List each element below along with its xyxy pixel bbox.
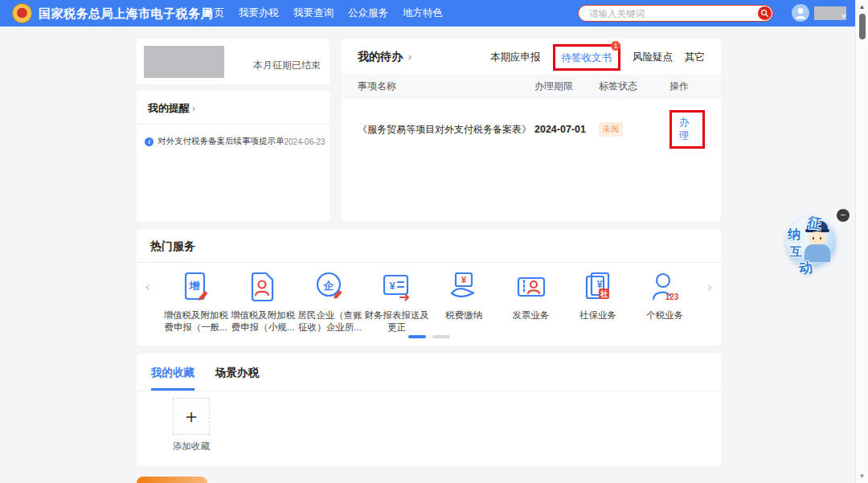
- reminder-item[interactable]: i 对外支付税务备案后续事项提示单 2024-06-23: [137, 125, 330, 147]
- scroll-down-icon[interactable]: ▼: [856, 473, 868, 480]
- service-vat-general[interactable]: 增 增值税及附加税费申报（一般...: [162, 269, 229, 334]
- nav-inquiry[interactable]: 我要查询: [293, 6, 334, 20]
- handle-link[interactable]: 办理: [679, 117, 690, 141]
- chevron-down-icon[interactable]: ∨: [841, 12, 847, 19]
- site-title: 国家税务总局上海市电子税务局: [39, 0, 213, 27]
- service-tax-payment[interactable]: ¥ 税费缴纳: [431, 269, 497, 334]
- todo-item-deadline: 2024-07-01: [534, 124, 599, 135]
- scroll-up-icon[interactable]: ▲: [856, 3, 868, 10]
- bottom-banner-partial[interactable]: [137, 477, 207, 483]
- info-icon: i: [145, 137, 154, 146]
- tab-other[interactable]: 其它: [685, 51, 705, 64]
- assistant-char-na: 纳: [788, 227, 800, 244]
- arrow-right-icon: ›: [408, 51, 411, 63]
- minimize-button[interactable]: −: [837, 209, 850, 222]
- todo-tabs: 本期应申报 待签收文书 1 风险疑点 其它: [490, 51, 705, 64]
- hot-services-title: 热门服务: [137, 229, 721, 263]
- annotation-box-documents-tab: 待签收文书 1: [553, 44, 621, 71]
- hot-services-card: 热门服务 ‹ › 增 增值税及附加税费申报（一般... 增值税及附加税费申报（小…: [137, 229, 721, 346]
- todo-item-status: 未阅: [599, 122, 669, 137]
- table-row: 《服务贸易等项目对外支付税务备案表》 2024-07-01 未阅 办理: [342, 99, 721, 160]
- vat-small-declaration-icon: [244, 269, 281, 305]
- service-social-security[interactable]: ¥ 社 社保业务: [564, 269, 631, 334]
- add-favorite-button[interactable]: ＋: [173, 398, 210, 435]
- arrow-right-icon: ›: [192, 103, 195, 114]
- svg-text:123: 123: [665, 293, 679, 301]
- search-input[interactable]: [579, 6, 772, 22]
- tax-interaction-assistant[interactable]: − 征 纳 互 动: [784, 209, 851, 280]
- search-icon: [760, 9, 769, 18]
- carousel-dot-active[interactable]: [408, 335, 426, 338]
- service-vat-small[interactable]: 增值税及附加税费申报（小规...: [229, 269, 296, 334]
- reminder-date: 2024-06-23: [285, 137, 326, 146]
- person-icon: [792, 4, 809, 22]
- user-avatar[interactable]: [792, 4, 809, 22]
- todo-title[interactable]: 我的待办 ›: [358, 50, 411, 64]
- svg-text:企: 企: [323, 280, 334, 292]
- svg-text:社: 社: [600, 290, 608, 298]
- carousel-prev-icon[interactable]: ‹: [145, 279, 150, 295]
- reminders-title: 我的提醒: [148, 102, 190, 114]
- financial-report-icon: ¥: [379, 269, 416, 305]
- tax-bureau-emblem-icon: [12, 3, 32, 23]
- col-tag-status: 标签状态: [599, 80, 669, 93]
- reminders-card: 我的提醒› i 对外支付税务备案后续事项提示单 2024-06-23: [137, 91, 330, 221]
- assistant-char-dong: 动: [798, 258, 814, 278]
- service-invoice[interactable]: 发票业务: [497, 269, 564, 334]
- profile-card: 本月征期已结束: [137, 39, 330, 84]
- social-security-icon: ¥ 社: [579, 269, 616, 305]
- nav-tax-handling[interactable]: 我要办税: [239, 6, 279, 20]
- service-corporate-income-tax[interactable]: 企 居民企业（查账征收）企业所...: [297, 269, 363, 334]
- notification-badge: 1: [611, 41, 620, 51]
- assistant-char-hu: 互: [790, 244, 802, 260]
- period-status-text: 本月征期已结束: [253, 59, 321, 72]
- nav-local-features[interactable]: 地方特色: [403, 6, 443, 20]
- svg-text:¥: ¥: [389, 280, 395, 292]
- page-scrollbar[interactable]: ▲ ▼: [855, 0, 868, 483]
- col-deadline: 办理期限: [534, 80, 599, 93]
- add-favorite-label: 添加收藏: [154, 440, 229, 452]
- officer-face-icon: [809, 231, 826, 245]
- todo-table-header: 事项名称 办理期限 标签状态 操作: [342, 74, 721, 99]
- svg-text:¥: ¥: [597, 279, 603, 290]
- tab-pending-documents[interactable]: 待签收文书: [562, 52, 612, 63]
- svg-text:增: 增: [188, 280, 199, 292]
- invoice-icon: [513, 269, 550, 305]
- svg-text:¥: ¥: [461, 275, 467, 284]
- service-list: 增 增值税及附加税费申报（一般... 增值税及附加税费申报（小规... 企: [162, 269, 698, 334]
- nav-home[interactable]: 首页: [204, 6, 224, 20]
- search-box: [578, 5, 773, 22]
- service-individual-tax[interactable]: 123 个税业务: [632, 269, 698, 334]
- status-badge: 未阅: [599, 122, 623, 137]
- vat-general-declaration-icon: 增: [178, 269, 215, 305]
- todo-item-name: 《服务贸易等项目对外支付税务备案表》: [358, 123, 534, 137]
- carousel-dot[interactable]: [432, 335, 450, 338]
- scrollbar-thumb[interactable]: [859, 14, 866, 39]
- favorites-tabs: 我的收藏 场景办税: [137, 354, 721, 391]
- col-item-name: 事项名称: [358, 80, 534, 93]
- taxpayer-name-redacted: [144, 46, 224, 78]
- nav-public-service[interactable]: 公众服务: [348, 6, 388, 20]
- tab-my-favorites[interactable]: 我的收藏: [151, 366, 194, 391]
- carousel-next-icon[interactable]: ›: [707, 279, 712, 295]
- reminder-text: 对外支付税务备案后续事项提示单: [158, 136, 285, 147]
- corporate-income-tax-icon: 企: [311, 269, 348, 305]
- favorites-card: 我的收藏 场景办税 ＋ 添加收藏: [137, 354, 721, 466]
- tab-scenario-tax[interactable]: 场景办税: [215, 366, 259, 391]
- main-nav: 首页 我要办税 我要查询 公众服务 地方特色: [204, 0, 443, 27]
- col-action: 操作: [669, 80, 705, 93]
- plus-icon: ＋: [182, 403, 201, 429]
- carousel-indicators: [137, 335, 721, 338]
- individual-tax-icon: 123: [646, 269, 683, 305]
- tab-risk-points[interactable]: 风险疑点: [633, 51, 673, 64]
- annotation-box-action-link: 办理: [669, 110, 705, 149]
- service-financial-report[interactable]: ¥ 财务报表报送及更正: [363, 269, 430, 334]
- todo-card: 我的待办 › 本期应申报 待签收文书 1 风险疑点 其它 事项名称 办理期限 标…: [342, 39, 721, 221]
- tax-payment-icon: ¥: [445, 269, 482, 305]
- shanghai-etax-portal: 国家税务总局上海市电子税务局 首页 我要办税 我要查询 公众服务 地方特色: [0, 0, 868, 483]
- tab-current-declarations[interactable]: 本期应申报: [490, 51, 541, 64]
- top-navbar: 国家税务总局上海市电子税务局 首页 我要办税 我要查询 公众服务 地方特色: [0, 0, 855, 27]
- reminders-header[interactable]: 我的提醒›: [137, 91, 330, 125]
- assistant-char-zheng: 征: [806, 213, 822, 233]
- search-button[interactable]: [758, 6, 772, 20]
